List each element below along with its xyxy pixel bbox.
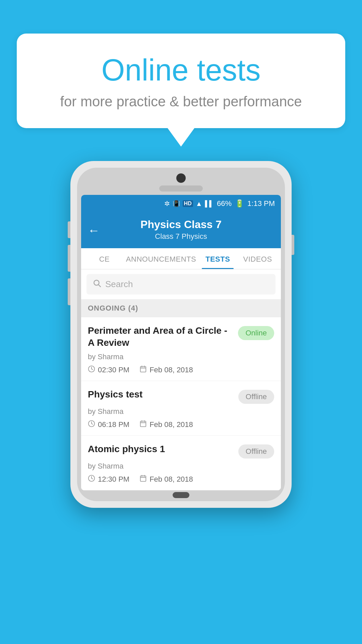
phone-speaker (159, 185, 203, 192)
test-author: by Sharma (88, 353, 274, 361)
svg-line-1 (99, 285, 101, 287)
search-placeholder: Search (105, 279, 133, 289)
side-button-vol-up (68, 245, 70, 272)
date-value: Feb 08, 2018 (149, 475, 193, 484)
test-meta: 02:30 PM (88, 365, 274, 375)
phone-screen: ✲ 📳 HD ▲ ▌▌ 66% 🔋 1:13 PM (81, 195, 281, 490)
test-item-header: Atomic physics 1 Offline (88, 443, 274, 459)
calendar-icon (139, 475, 147, 484)
tab-ce[interactable]: CE (84, 248, 124, 269)
status-icons: ✲ 📳 HD ▲ ▌▌ (164, 200, 214, 208)
test-date: Feb 08, 2018 (139, 365, 193, 375)
hd-icon: HD (183, 200, 193, 207)
header-subtitle: Class 7 Physics (88, 232, 274, 241)
home-button[interactable] (173, 492, 189, 498)
tab-videos[interactable]: VIDEOS (238, 248, 278, 269)
phone-inner: ✲ 📳 HD ▲ ▌▌ 66% 🔋 1:13 PM (77, 168, 285, 501)
clock-icon (88, 475, 95, 484)
app-header: ← Physics Class 7 Class 7 Physics (81, 212, 281, 248)
side-button-mute (68, 221, 70, 238)
time-value: 02:30 PM (98, 366, 129, 374)
battery-percent: 66% (217, 199, 232, 208)
phone-camera (176, 173, 186, 183)
calendar-icon (139, 365, 147, 375)
time-display: 1:13 PM (247, 199, 275, 208)
test-item-header: Physics test Offline (88, 388, 274, 404)
back-button[interactable]: ← (88, 224, 100, 236)
phone-outer: ✲ 📳 HD ▲ ▌▌ 66% 🔋 1:13 PM (70, 161, 292, 508)
test-item-header: Perimeter and Area of a Circle - A Revie… (88, 325, 274, 349)
test-date: Feb 08, 2018 (139, 420, 193, 429)
status-bar: ✲ 📳 HD ▲ ▌▌ 66% 🔋 1:13 PM (81, 195, 281, 212)
test-item[interactable]: Atomic physics 1 Offline by Sharma (81, 436, 281, 490)
phone-wrapper: ✲ 📳 HD ▲ ▌▌ 66% 🔋 1:13 PM (70, 161, 292, 508)
svg-rect-13 (140, 476, 146, 481)
section-ongoing: ONGOING (4) (81, 299, 281, 317)
tab-tests[interactable]: TESTS (198, 248, 238, 269)
search-container: Search (81, 269, 281, 299)
speech-bubble-wrapper: Online tests for more practice & better … (17, 34, 345, 147)
header-title: Physics Class 7 (88, 218, 274, 231)
side-button-vol-down (68, 278, 70, 305)
status-badge-offline: Offline (238, 390, 274, 404)
wifi-icon: ▲ (196, 200, 202, 208)
svg-rect-3 (140, 366, 146, 372)
date-value: Feb 08, 2018 (149, 366, 193, 374)
svg-rect-8 (140, 421, 146, 427)
battery-icon: 🔋 (235, 199, 244, 208)
search-icon (93, 279, 101, 290)
clock-icon (88, 420, 95, 429)
side-button-power (292, 235, 294, 255)
phone-top-bar (81, 172, 281, 195)
bubble-tail (168, 128, 194, 147)
speech-bubble: Online tests for more practice & better … (17, 34, 345, 128)
status-badge-online: Online (238, 326, 274, 340)
search-bar[interactable]: Search (86, 274, 276, 294)
test-author: by Sharma (88, 462, 274, 471)
status-badge-offline: Offline (238, 444, 274, 459)
time-value: 06:18 PM (98, 420, 129, 429)
test-title: Atomic physics 1 (88, 443, 238, 455)
test-date: Feb 08, 2018 (139, 475, 193, 484)
calendar-icon (139, 420, 147, 429)
test-meta: 12:30 PM (88, 475, 274, 484)
test-title: Perimeter and Area of a Circle - A Revie… (88, 325, 238, 349)
clock-icon (88, 365, 95, 375)
tabs-container: CE ANNOUNCEMENTS TESTS VIDEOS (81, 248, 281, 269)
signal-icon: ▌▌ (205, 200, 214, 207)
date-value: Feb 08, 2018 (149, 420, 193, 429)
test-time: 02:30 PM (88, 365, 129, 375)
time-value: 12:30 PM (98, 475, 129, 484)
tab-announcements[interactable]: ANNOUNCEMENTS (124, 248, 198, 269)
test-time: 12:30 PM (88, 475, 129, 484)
test-author: by Sharma (88, 407, 274, 416)
vibrate-icon: 📳 (173, 200, 180, 207)
bluetooth-icon: ✲ (164, 200, 170, 208)
test-title: Physics test (88, 388, 238, 400)
bubble-subtitle: for more practice & better performance (44, 94, 318, 110)
test-meta: 06:18 PM (88, 420, 274, 429)
bubble-title: Online tests (44, 54, 318, 87)
test-item[interactable]: Physics test Offline by Sharma (81, 381, 281, 436)
test-time: 06:18 PM (88, 420, 129, 429)
test-item[interactable]: Perimeter and Area of a Circle - A Revie… (81, 317, 281, 381)
